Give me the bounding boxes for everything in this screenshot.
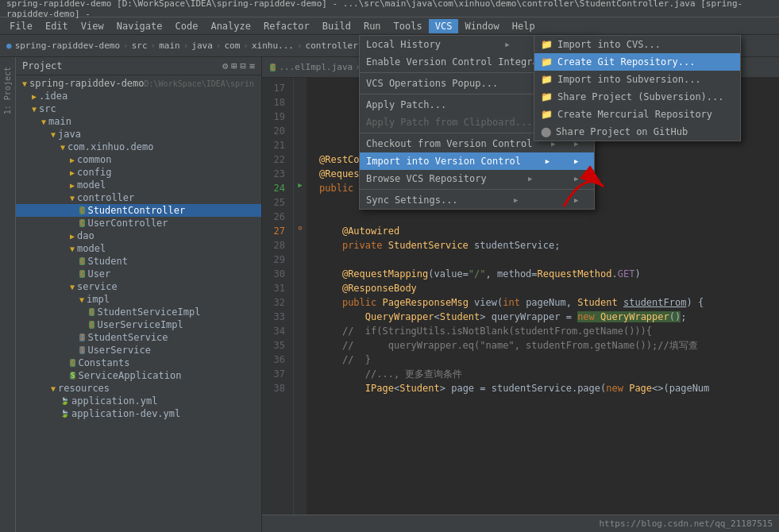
import-submenu: 📁 Import into CVS... 📁 Create Git Reposi… (534, 35, 741, 141)
tree-idea[interactable]: ▶ .idea (16, 90, 261, 102)
tab-impl[interactable]: C ...elImpl.java × (262, 57, 369, 77)
tree-resources[interactable]: ▼ resources (16, 382, 261, 395)
code-line-35: // queryWrapper.eq("name", studentFrom.g… (316, 338, 779, 353)
vcs-import[interactable]: Import into Version Control ▶ (360, 152, 594, 170)
code-line-37: //..., 更多查询条件 (316, 367, 779, 381)
menu-refactor[interactable]: Refactor (257, 19, 316, 33)
tree-app-yml[interactable]: 🍃 application.yml (16, 395, 261, 407)
tree-root-path: D:\WorkSpace\IDEA\sprin (145, 79, 254, 88)
vcs-sync[interactable]: Sync Settings... ▶ (360, 191, 594, 209)
create-mercurial[interactable]: 📁 Create Mercurial Repository (534, 106, 740, 123)
tree-service[interactable]: ▼ service (16, 280, 261, 293)
share-github[interactable]: ⬤ Share Project on GitHub (534, 123, 740, 141)
vcs-browse[interactable]: Browse VCS Repository ▶ (360, 170, 594, 187)
tree-user-service-impl[interactable]: C UserServiceImpl (16, 318, 261, 331)
class-user2-icon: C (79, 270, 85, 278)
tree-model-top-label: model (77, 179, 106, 191)
tree-controller[interactable]: ▼ controller (16, 191, 261, 204)
tree-user-controller[interactable]: C UserController (16, 217, 261, 229)
tree-common[interactable]: ▶ common (16, 153, 261, 166)
breadcrumb-java[interactable]: java (191, 40, 213, 51)
title-bar: spring-rapiddev-demo [D:\WorkSpace\IDEA\… (0, 0, 779, 17)
menu-window[interactable]: Window (458, 19, 505, 33)
side-strip: 1: Project (0, 57, 16, 532)
import-git-label: Create Git Repository... (557, 56, 695, 67)
tree-config[interactable]: ▶ config (16, 166, 261, 179)
menu-analyze[interactable]: Analyze (204, 19, 257, 33)
menu-view[interactable]: View (75, 19, 110, 33)
tree-src[interactable]: ▼ src (16, 102, 261, 115)
folder-model-icon: ▼ (70, 245, 75, 253)
expand-icon[interactable]: ⊞ (231, 60, 237, 71)
tree-service-application[interactable]: S ServiceApplication (16, 369, 261, 382)
tree-src-label: src (39, 103, 56, 114)
vcs-browse-arrow: ▶ (528, 175, 532, 183)
tree-java-label: java (58, 129, 81, 140)
breadcrumb-project[interactable]: spring-rapiddev-demo (15, 40, 120, 51)
share-svn[interactable]: 📁 Share Project (Subversion)... (534, 88, 740, 106)
menu-help[interactable]: Help (506, 19, 542, 33)
folder-model-top-icon: ▶ (70, 181, 75, 190)
collapse-icon[interactable]: ⊟ (241, 60, 246, 71)
breadcrumb-com[interactable]: com (224, 40, 240, 51)
tree-constants[interactable]: C Constants (16, 357, 261, 369)
tree-java[interactable]: ▼ java (16, 128, 261, 141)
tree-service-application-label: ServiceApplication (78, 370, 181, 381)
tree-app-dev-yml[interactable]: 🍃 application-dev.yml (16, 407, 261, 420)
folder-service-icon: ▼ (70, 283, 75, 291)
menu-file[interactable]: File (3, 19, 39, 33)
project-header: Project ⚙ ⊞ ⊟ ≡ (16, 57, 261, 75)
create-mercurial-label: Create Mercurial Repository (557, 109, 712, 120)
tree-dao-label: dao (77, 230, 94, 241)
folder-controller-icon: ▼ (70, 194, 75, 202)
breadcrumb-main[interactable]: main (159, 40, 180, 51)
import-git-icon: 📁 (541, 56, 553, 67)
folder-config-icon: ▶ (70, 168, 75, 177)
tree-service-label: service (77, 281, 118, 292)
menu-code[interactable]: Code (169, 19, 205, 33)
import-cvs-icon: 📁 (541, 39, 553, 50)
tree-user[interactable]: C User (16, 268, 261, 280)
menu-build[interactable]: Build (316, 19, 357, 33)
tree-student[interactable]: C Student (16, 255, 261, 268)
menu-vcs[interactable]: VCS (429, 19, 459, 33)
project-tree: ▼ spring-rapiddev-demo D:\WorkSpace\IDEA… (16, 75, 261, 532)
import-svn[interactable]: 📁 Import into Subversion... (534, 71, 740, 88)
breadcrumb-xinhu[interactable]: xinhu... (252, 40, 294, 51)
tree-main[interactable]: ▼ main (16, 115, 261, 128)
vcs-browse-label: Browse VCS Repository (366, 173, 487, 184)
menu-tools[interactable]: Tools (388, 19, 429, 33)
tree-com[interactable]: ▼ com.xinhuo.demo (16, 141, 261, 153)
import-cvs[interactable]: 📁 Import into CVS... (534, 36, 740, 53)
import-svn-label: Import into Subversion... (557, 74, 701, 85)
breadcrumb-controller[interactable]: controller (306, 40, 358, 51)
line-numbers: 17 18 19 20 21 22 23 24 25 26 27 28 29 3… (262, 78, 294, 515)
tree-root[interactable]: ▼ spring-rapiddev-demo D:\WorkSpace\IDEA… (16, 77, 261, 90)
tree-student-controller-label: StudentController (87, 205, 185, 216)
code-line-36: // } (316, 353, 779, 367)
project-tab-label[interactable]: 1: Project (3, 67, 12, 114)
tree-student-service-impl[interactable]: C StudentServiceImpl (16, 306, 261, 318)
tree-student-service[interactable]: I StudentService (16, 331, 261, 344)
vcs-apply-patch-label: Apply Patch... (366, 99, 446, 110)
tree-model[interactable]: ▼ model (16, 242, 261, 255)
tree-student-label: Student (87, 256, 128, 267)
tree-user-service[interactable]: I UserService (16, 344, 261, 357)
menu-run[interactable]: Run (357, 19, 388, 33)
folder-dao-icon: ▶ (70, 232, 75, 241)
settings-icon[interactable]: ⚙ (222, 60, 228, 71)
tree-model-top[interactable]: ▶ model (16, 179, 261, 191)
menu-edit[interactable]: Edit (39, 19, 75, 33)
breadcrumb-src[interactable]: src (132, 40, 148, 51)
tree-impl[interactable]: ▼ impl (16, 293, 261, 306)
tree-student-controller[interactable]: C StudentController (16, 204, 261, 217)
options-icon[interactable]: ≡ (249, 60, 255, 71)
tree-constants-label: Constants (78, 357, 129, 368)
menu-navigate[interactable]: Navigate (110, 19, 169, 33)
tree-resources-label: resources (58, 383, 110, 394)
import-git[interactable]: 📁 Create Git Repository... (534, 53, 740, 71)
yml-icon: 🍃 (60, 397, 69, 405)
share-svn-icon: 📁 (541, 91, 553, 102)
tree-dao[interactable]: ▶ dao (16, 229, 261, 242)
breadcrumb-icon: ● (6, 40, 12, 51)
